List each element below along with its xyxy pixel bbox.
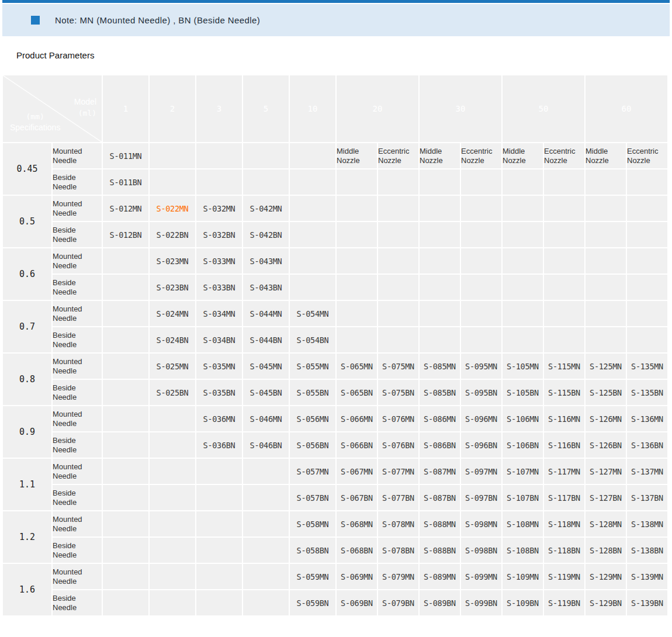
model-cell: S-109MN bbox=[503, 564, 543, 589]
needle-type-label: Mounted Needle bbox=[53, 511, 102, 536]
column-header-30: 30 bbox=[420, 75, 501, 142]
model-cell: S-085MN bbox=[420, 354, 460, 379]
model-cell bbox=[196, 564, 242, 589]
column-header-20: 20 bbox=[337, 75, 418, 142]
model-cell bbox=[337, 301, 377, 326]
model-cell: S-065MN bbox=[337, 354, 377, 379]
needle-type-label: Mounted Needle bbox=[53, 248, 102, 274]
model-cell: S-066BN bbox=[337, 432, 377, 458]
model-cell: S-099MN bbox=[461, 564, 501, 589]
model-cell: S-116BN bbox=[544, 432, 584, 458]
model-cell bbox=[196, 538, 242, 563]
spec-label: 0.8 bbox=[3, 354, 51, 405]
model-cell: S-118BN bbox=[544, 538, 584, 563]
model-cell: S-032BN bbox=[196, 222, 242, 247]
model-cell bbox=[586, 196, 626, 221]
model-cell bbox=[243, 590, 289, 615]
model-cell bbox=[103, 275, 148, 300]
model-cell bbox=[627, 196, 667, 221]
model-cell: S-079BN bbox=[378, 590, 418, 615]
corner-header: Model (ml) (mm) Specifications bbox=[3, 75, 102, 142]
model-cell bbox=[503, 327, 543, 352]
model-cell bbox=[378, 275, 418, 300]
model-cell bbox=[337, 169, 377, 195]
model-cell: S-055BN bbox=[290, 380, 335, 405]
model-cell: S-067BN bbox=[337, 485, 377, 510]
spec-label: 1.2 bbox=[3, 511, 51, 563]
model-cell bbox=[103, 406, 148, 431]
model-cell: S-055MN bbox=[290, 354, 335, 379]
model-cell bbox=[420, 196, 460, 221]
model-cell bbox=[150, 538, 195, 563]
table-row: 1.6Mounted NeedleS-059MNS-069MNS-079MNS-… bbox=[3, 564, 667, 589]
model-cell: S-115BN bbox=[544, 380, 584, 405]
model-cell: S-034BN bbox=[196, 327, 242, 352]
nozzle-type-label: Eccentric Nozzle bbox=[461, 143, 501, 168]
model-link-highlighted[interactable]: S-022MN bbox=[150, 196, 195, 221]
model-cell bbox=[243, 538, 289, 563]
model-cell: S-025BN bbox=[150, 380, 195, 405]
model-cell bbox=[461, 169, 501, 195]
nozzle-type-label: Eccentric Nozzle bbox=[378, 143, 418, 168]
model-cell bbox=[150, 406, 195, 431]
model-cell: S-095MN bbox=[461, 354, 501, 379]
needle-type-label: Beside Needle bbox=[53, 432, 102, 458]
model-cell: S-023MN bbox=[150, 248, 195, 274]
model-cell: S-138MN bbox=[627, 511, 667, 536]
model-cell: S-115MN bbox=[544, 354, 584, 379]
table-row: 0.9Mounted NeedleS-036MNS-046MNS-056MNS-… bbox=[3, 406, 667, 431]
model-cell bbox=[103, 354, 148, 379]
model-cell bbox=[103, 485, 148, 510]
model-cell: S-079MN bbox=[378, 564, 418, 589]
model-cell: S-067MN bbox=[337, 459, 377, 484]
model-cell: S-076BN bbox=[378, 432, 418, 458]
nozzle-type-label: Eccentric Nozzle bbox=[544, 143, 584, 168]
product-parameters-table: Model (ml) (mm) Specifications 1 2 3 5 1… bbox=[2, 74, 668, 617]
spec-label: 1.1 bbox=[3, 459, 51, 510]
model-cell bbox=[337, 327, 377, 352]
model-cell bbox=[544, 248, 584, 274]
model-cell: S-011BN bbox=[103, 169, 148, 195]
model-cell bbox=[586, 169, 626, 195]
model-cell bbox=[290, 275, 335, 300]
model-cell: S-056MN bbox=[290, 406, 335, 431]
model-cell bbox=[196, 485, 242, 510]
model-cell: S-139BN bbox=[627, 590, 667, 615]
model-cell: S-044BN bbox=[243, 327, 289, 352]
model-cell bbox=[544, 327, 584, 352]
model-cell bbox=[243, 169, 289, 195]
model-cell: S-117MN bbox=[544, 459, 584, 484]
note-banner: Note: MN (Mounted Needle) , BN (Beside N… bbox=[2, 4, 670, 36]
nozzle-type-label: Middle Nozzle bbox=[503, 143, 543, 168]
model-cell: S-058MN bbox=[290, 511, 335, 536]
spec-label: 0.5 bbox=[3, 196, 51, 247]
model-cell: S-128BN bbox=[586, 538, 626, 563]
model-cell bbox=[627, 275, 667, 300]
model-cell: S-137MN bbox=[627, 459, 667, 484]
needle-type-label: Beside Needle bbox=[53, 275, 102, 300]
model-cell bbox=[420, 301, 460, 326]
model-cell: S-098BN bbox=[461, 538, 501, 563]
model-cell: S-118MN bbox=[544, 511, 584, 536]
model-cell bbox=[103, 248, 148, 274]
model-cell: S-078BN bbox=[378, 538, 418, 563]
column-header-3: 3 bbox=[196, 75, 242, 142]
model-cell: S-035MN bbox=[196, 354, 242, 379]
table-row: Beside NeedleS-057BNS-067BNS-077BNS-087B… bbox=[3, 485, 667, 510]
needle-type-label: Beside Needle bbox=[53, 485, 102, 510]
model-cell bbox=[337, 196, 377, 221]
model-cell bbox=[503, 169, 543, 195]
column-header-5: 5 bbox=[243, 75, 289, 142]
spec-label: 0.45 bbox=[3, 143, 51, 195]
needle-type-label: Mounted Needle bbox=[53, 301, 102, 326]
model-cell bbox=[420, 169, 460, 195]
model-cell: S-085BN bbox=[420, 380, 460, 405]
model-cell bbox=[461, 196, 501, 221]
model-cell: S-089BN bbox=[420, 590, 460, 615]
model-cell: S-054MN bbox=[290, 301, 335, 326]
model-cell bbox=[544, 196, 584, 221]
model-cell: S-042BN bbox=[243, 222, 289, 247]
model-cell: S-096MN bbox=[461, 406, 501, 431]
model-cell bbox=[503, 196, 543, 221]
model-cell: S-106BN bbox=[503, 432, 543, 458]
